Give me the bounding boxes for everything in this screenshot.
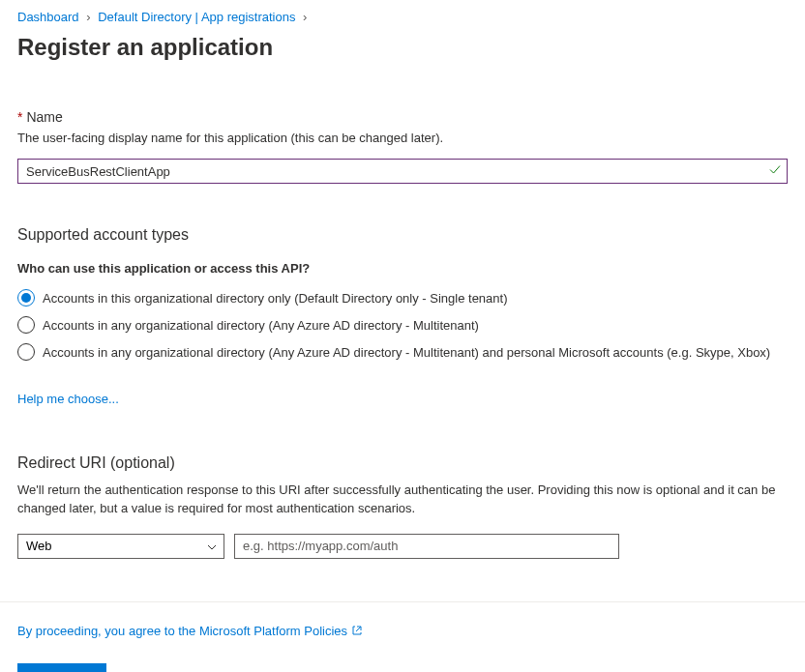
radio-icon (17, 289, 35, 307)
chevron-right-icon: › (303, 10, 307, 24)
redirect-uri-description: We'll return the authentication response… (17, 482, 788, 518)
radio-icon (17, 343, 35, 361)
name-input[interactable] (17, 159, 788, 184)
breadcrumb-dashboard[interactable]: Dashboard (17, 10, 79, 24)
help-me-choose-link[interactable]: Help me choose... (17, 392, 119, 406)
breadcrumb-directory[interactable]: Default Directory | App registrations (98, 10, 295, 24)
account-types-question: Who can use this application or access t… (17, 261, 788, 276)
radio-label: Accounts in this organizational director… (43, 291, 508, 306)
redirect-uri-input[interactable] (234, 534, 619, 559)
required-star-icon: * (17, 109, 22, 125)
account-type-option-single-tenant[interactable]: Accounts in this organizational director… (17, 289, 788, 307)
account-type-option-multitenant[interactable]: Accounts in any organizational directory… (17, 316, 788, 334)
account-type-option-multitenant-personal[interactable]: Accounts in any organizational directory… (17, 343, 788, 361)
name-label: *Name (17, 109, 788, 125)
radio-label: Accounts in any organizational directory… (43, 318, 479, 333)
platform-select[interactable]: Web (17, 534, 224, 559)
redirect-uri-heading: Redirect URI (optional) (17, 454, 788, 472)
register-button[interactable]: Register (17, 663, 106, 672)
radio-label: Accounts in any organizational directory… (43, 345, 770, 360)
breadcrumb: Dashboard › Default Directory | App regi… (0, 0, 805, 30)
account-types-heading: Supported account types (17, 226, 788, 244)
platform-policies-link[interactable]: By proceeding, you agree to the Microsof… (17, 624, 363, 638)
name-description: The user-facing display name for this ap… (17, 131, 788, 145)
external-link-icon (351, 625, 363, 636)
chevron-right-icon: › (86, 10, 90, 24)
page-title: Register an application (0, 30, 805, 78)
radio-icon (17, 316, 35, 334)
